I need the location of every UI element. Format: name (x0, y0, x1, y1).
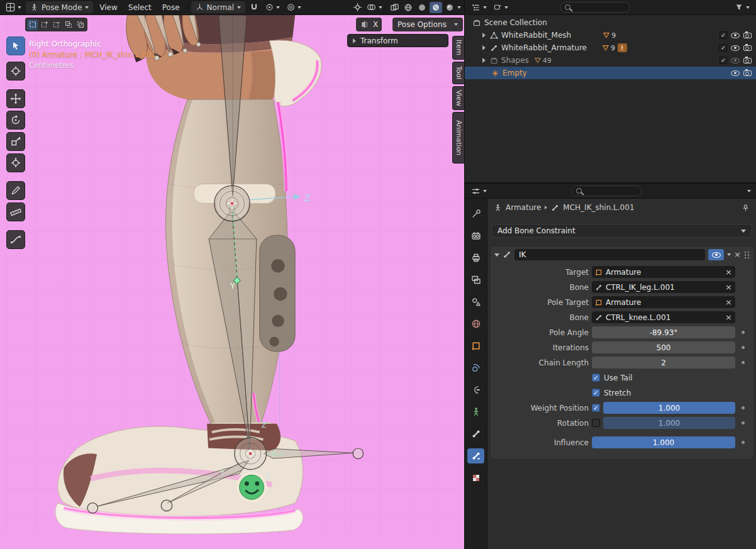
sidebar-tab-tool[interactable]: Tool (452, 62, 464, 84)
bone-field[interactable]: CTRL_IK_leg.L.001 (592, 281, 735, 293)
pole-bone-field[interactable]: CTRL_knee.L.001 (592, 311, 735, 323)
snap-settings-dropdown[interactable] (263, 2, 282, 13)
toe-widget-circle[interactable] (353, 448, 364, 459)
tab-scene[interactable] (467, 294, 484, 309)
outliner-row-shapes[interactable]: Shapes 49 (465, 54, 756, 67)
properties-editor-type-button[interactable] (470, 186, 488, 197)
hide-viewport-eye-icon[interactable] (731, 58, 740, 64)
rotate-tool[interactable] (6, 111, 25, 130)
sidebar-tab-item[interactable]: Item (452, 36, 464, 60)
outliner-display-mode-button[interactable] (492, 2, 509, 13)
animate-decorator[interactable] (742, 361, 745, 364)
menu-select[interactable]: Select (124, 2, 156, 13)
tab-tool[interactable] (467, 206, 484, 221)
outliner-search-input[interactable] (560, 2, 630, 13)
proportional-edit-dropdown[interactable] (284, 2, 304, 13)
editor-type-button[interactable] (3, 1, 24, 13)
clear-pole-target-button[interactable] (725, 299, 732, 306)
weight-position-slider[interactable]: 1.000 (603, 402, 735, 414)
breadcrumb-object[interactable]: Armature (506, 203, 541, 212)
rotation-slider[interactable]: 1.000 (603, 417, 735, 429)
viewport-3d-scene[interactable]: Z Y Y Z Y Z (0, 15, 464, 549)
properties-search-input[interactable] (571, 186, 642, 196)
hide-viewport-eye-icon[interactable] (731, 70, 740, 76)
outliner-editor-type-button[interactable] (470, 2, 488, 13)
animate-decorator[interactable] (742, 441, 745, 444)
viewport-canvas[interactable]: Z Y Y Z Y Z X Pose Options Right O (0, 15, 464, 549)
constraint-enable-toggle[interactable] (708, 249, 724, 260)
animate-decorator[interactable] (742, 421, 745, 424)
select-mode-subtract-button[interactable] (51, 19, 62, 30)
gizmo-toggle[interactable] (351, 2, 364, 13)
sidebar-tab-view[interactable]: View (452, 86, 464, 110)
chevron-down-icon[interactable] (747, 190, 751, 192)
disable-render-camera-icon[interactable] (743, 45, 752, 51)
sidebar-tab-animation[interactable]: Animation (452, 112, 464, 164)
animate-decorator[interactable] (742, 406, 745, 409)
pin-icon[interactable] (742, 204, 750, 212)
target-object-field[interactable]: Armature (592, 266, 735, 278)
pose-options-dropdown[interactable]: Pose Options (392, 18, 463, 31)
disable-render-camera-icon[interactable] (743, 70, 752, 76)
tab-object-data[interactable] (467, 404, 484, 419)
tab-object-constraints[interactable] (467, 382, 484, 397)
selectability-checkbox[interactable] (720, 44, 727, 52)
mirror-x-toggle[interactable]: X (373, 20, 378, 29)
menu-view[interactable]: View (95, 2, 121, 13)
shading-rendered-button[interactable] (443, 2, 456, 13)
selectability-checkbox[interactable] (720, 57, 727, 64)
outliner-row-empty[interactable]: Empty (465, 67, 756, 79)
annotate-tool[interactable] (6, 181, 25, 200)
tab-texture[interactable] (467, 470, 484, 485)
pose-breakdowner-tool[interactable] (6, 230, 25, 249)
snap-toggle[interactable] (247, 2, 261, 13)
expand-icon[interactable] (482, 33, 486, 38)
outliner-row-scene-collection[interactable]: Scene Collection (465, 16, 756, 29)
tab-world[interactable] (467, 316, 484, 331)
constraint-extras-dropdown[interactable] (727, 253, 731, 256)
pole-angle-field[interactable]: -89.93° (592, 326, 735, 338)
shading-material-button[interactable] (430, 2, 442, 13)
knee-widget-circle[interactable] (214, 186, 250, 221)
rotation-checkbox[interactable] (592, 419, 600, 427)
clear-bone-button[interactable] (725, 284, 732, 291)
mode-dropdown[interactable]: Pose Mode (26, 1, 93, 13)
tab-object[interactable] (467, 338, 484, 353)
tab-bone-constraints[interactable] (467, 448, 484, 463)
selectability-checkbox[interactable] (720, 31, 727, 39)
tab-physics[interactable] (467, 360, 484, 375)
disable-render-camera-icon[interactable] (743, 58, 752, 64)
clear-target-button[interactable] (725, 269, 732, 276)
animate-decorator[interactable] (742, 331, 745, 334)
hide-viewport-eye-icon[interactable] (731, 33, 740, 38)
weight-position-checkbox[interactable] (592, 404, 600, 412)
pole-target-object-field[interactable]: Armature (592, 296, 735, 308)
tab-view-layer[interactable] (467, 272, 484, 287)
disable-render-camera-icon[interactable] (743, 33, 752, 38)
transform-tool[interactable] (6, 153, 25, 172)
select-box-tool[interactable] (6, 36, 25, 55)
hide-viewport-eye-icon[interactable] (731, 45, 740, 51)
outliner-row-mesh[interactable]: WhiteRabbit_Mesh 9 (465, 29, 756, 42)
tab-bone[interactable] (467, 426, 484, 441)
tab-output[interactable] (467, 250, 484, 265)
delete-constraint-button[interactable] (734, 251, 741, 258)
move-tool[interactable] (6, 89, 25, 108)
constraint-name-field[interactable]: IK (514, 249, 705, 260)
outliner-filter-button[interactable] (733, 2, 751, 13)
overlays-toggle[interactable] (365, 2, 377, 13)
select-mode-new-button[interactable] (27, 19, 38, 30)
iterations-field[interactable]: 500 (592, 341, 735, 353)
animate-decorator[interactable] (742, 346, 745, 349)
drag-handle-icon[interactable] (744, 251, 750, 259)
heel-widget-circle[interactable] (87, 503, 98, 514)
shading-wireframe-button[interactable] (402, 2, 414, 13)
xray-toggle[interactable] (388, 2, 401, 13)
outliner-row-armature[interactable]: WhiteRabbit_Armature 9 (465, 42, 756, 54)
panel-expand-icon[interactable] (494, 253, 499, 257)
select-mode-invert-button[interactable] (63, 19, 74, 30)
cursor-tool[interactable] (6, 62, 25, 80)
use-tail-checkbox[interactable] (592, 374, 600, 382)
chain-length-field[interactable]: 2 (592, 357, 735, 369)
add-bone-constraint-button[interactable]: Add Bone Constraint (491, 224, 752, 238)
